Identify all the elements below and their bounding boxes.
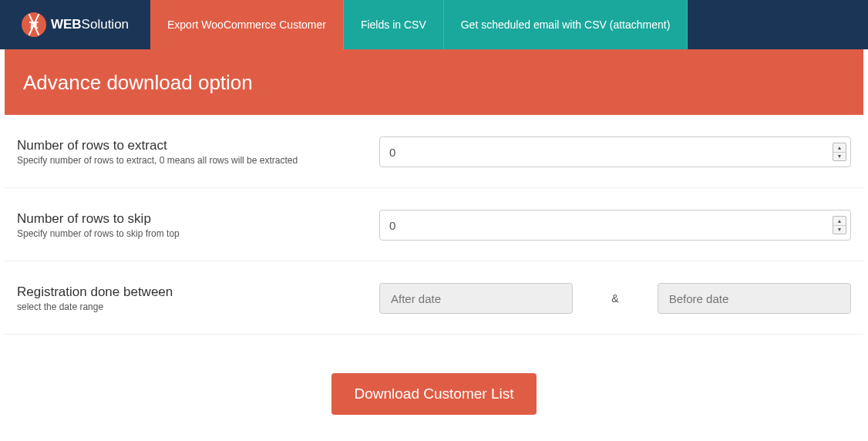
logo-pi-symbol: π <box>29 18 39 32</box>
before-date-input[interactable] <box>658 283 851 314</box>
logo-text-bold: WEB <box>51 17 82 32</box>
rows-extract-input[interactable] <box>379 136 851 167</box>
logo-text: WEBSolution <box>51 17 129 32</box>
tab-fields-csv[interactable]: Fields in CSV <box>344 0 444 49</box>
stepper-up-icon[interactable]: ▲ <box>833 217 846 226</box>
stepper-down-icon[interactable]: ▼ <box>833 226 846 234</box>
rows-extract-stepper[interactable]: ▲ ▼ <box>833 143 846 161</box>
rows-extract-label: Number of rows to extract <box>17 138 364 153</box>
date-range-label: Registration done between <box>17 284 364 300</box>
download-button[interactable]: Download Customer List <box>331 373 537 415</box>
row-rows-skip: Number of rows to skip Specify number of… <box>5 188 863 261</box>
action-row: Download Customer List <box>5 335 863 430</box>
rows-skip-stepper[interactable]: ▲ ▼ <box>833 216 846 234</box>
rows-extract-help: Specify number of rows to extract, 0 mea… <box>17 155 364 166</box>
rows-skip-input[interactable] <box>379 210 851 241</box>
after-date-input[interactable] <box>379 283 573 314</box>
logo-icon: π <box>22 12 46 37</box>
nav-spacer <box>688 0 868 49</box>
panel-title: Advance download option <box>5 49 863 115</box>
tab-export-customer[interactable]: Export WooCommerce Customer <box>150 0 344 49</box>
rows-skip-label: Number of rows to skip <box>17 211 364 227</box>
content: Number of rows to extract Specify number… <box>0 115 868 430</box>
row-date-range: Registration done between select the dat… <box>5 261 863 335</box>
ampersand: & <box>588 292 641 305</box>
date-range-help: select the date range <box>17 301 364 312</box>
stepper-up-icon[interactable]: ▲ <box>833 143 846 153</box>
rows-skip-help: Specify number of rows to skip from top <box>17 228 364 239</box>
logo[interactable]: π WEBSolution <box>0 0 150 49</box>
navbar: π WEBSolution Export WooCommerce Custome… <box>0 0 868 49</box>
logo-text-light: Solution <box>82 17 129 32</box>
stepper-down-icon[interactable]: ▼ <box>833 153 846 161</box>
row-rows-extract: Number of rows to extract Specify number… <box>5 115 863 188</box>
tab-scheduled-email[interactable]: Get scheduled email with CSV (attachment… <box>444 0 688 49</box>
